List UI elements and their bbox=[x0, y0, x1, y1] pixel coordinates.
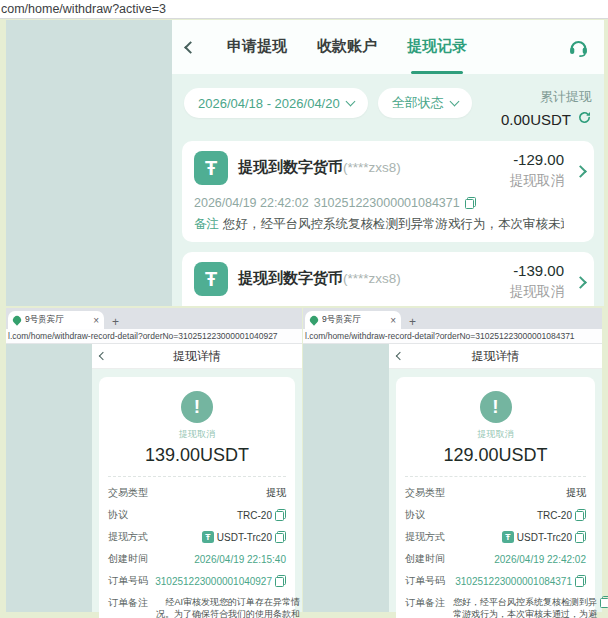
record-status: 提现取消 bbox=[510, 283, 564, 301]
browser-tab-bar: 9号贵宾厅 × + bbox=[6, 308, 302, 329]
screenshot-collage: com/home/withdraw?active=3 申请提现 收款账户 提现记… bbox=[0, 0, 608, 618]
copy-icon[interactable] bbox=[275, 509, 286, 521]
address-url: l.com/home/withdraw-record-detail?orderN… bbox=[8, 331, 278, 341]
protocol-value: TRC-20 bbox=[237, 510, 272, 521]
left-teal-panel bbox=[6, 344, 92, 612]
new-tab-button[interactable]: + bbox=[409, 315, 416, 329]
tether-icon: Ŧ bbox=[194, 262, 228, 296]
tab-close-icon[interactable]: × bbox=[390, 315, 396, 326]
tether-icon: Ŧ bbox=[202, 531, 214, 543]
tab-receiving-accounts[interactable]: 收款账户 bbox=[317, 37, 377, 58]
method-value: USDT-Trc20 bbox=[517, 532, 572, 543]
row-label: 创建时间 bbox=[405, 552, 445, 566]
withdraw-record-item[interactable]: Ŧ 提现到数字货币(****zxs8) -139.00 提现取消 2026/04… bbox=[182, 252, 594, 306]
left-teal-panel bbox=[303, 344, 389, 612]
address-bar[interactable]: l.com/home/withdraw-record-detail?orderN… bbox=[6, 329, 302, 344]
chevron-down-icon bbox=[345, 97, 355, 107]
record-datetime: 2026/04/19 22:42:02 bbox=[194, 196, 309, 210]
record-account: (****zxs8) bbox=[343, 160, 401, 175]
withdraw-records-content: 申请提现 收款账户 提现记录 2026/04/18 - 2026/04/20 全… bbox=[172, 20, 604, 306]
withdraw-detail-window-129: 9号贵宾厅 × + l.com/home/withdraw-record-det… bbox=[303, 308, 602, 612]
copy-icon[interactable] bbox=[575, 509, 586, 521]
record-order-no: 310251223000001084371 bbox=[314, 196, 460, 210]
detail-card: ! 提现取消 129.00USDT 交易类型提现 协议TRC-20 提现方式ŦU… bbox=[396, 377, 595, 618]
remark-label: 备注 bbox=[194, 217, 219, 231]
cancelled-exclaim-icon: ! bbox=[181, 391, 213, 423]
copy-icon[interactable] bbox=[575, 575, 586, 587]
order-no-value: 310251223000001084371 bbox=[455, 576, 572, 587]
back-icon[interactable] bbox=[184, 41, 197, 54]
copy-icon[interactable] bbox=[275, 531, 286, 543]
transaction-type-value: 提现 bbox=[566, 486, 586, 500]
withdraw-records-body: 2026/04/18 - 2026/04/20 全部状态 累计提现 0.00US… bbox=[172, 74, 604, 306]
row-label: 创建时间 bbox=[108, 552, 148, 566]
left-teal-panel bbox=[6, 20, 172, 306]
withdraw-record-item[interactable]: Ŧ 提现到数字货币(****zxs8) -129.00 提现取消 2026/04… bbox=[182, 141, 594, 242]
method-value: USDT-Trc20 bbox=[217, 532, 272, 543]
record-amount: -129.00 bbox=[510, 151, 564, 168]
chevron-right-icon[interactable] bbox=[574, 276, 587, 289]
status-filter[interactable]: 全部状态 bbox=[378, 88, 472, 118]
copy-icon[interactable] bbox=[275, 575, 286, 587]
row-label: 提现方式 bbox=[405, 530, 445, 544]
tab-apply-withdraw[interactable]: 申请提现 bbox=[227, 37, 287, 58]
row-label: 订单号码 bbox=[108, 574, 148, 588]
new-tab-button[interactable]: + bbox=[112, 315, 119, 329]
record-status: 提现取消 bbox=[510, 172, 564, 190]
row-label: 订单号码 bbox=[405, 574, 445, 588]
tab-title: 9号贵宾厅 bbox=[25, 314, 89, 326]
order-remark-value: 您好，经平台风控系统复核检测到异常游戏行为，本次审核未通过，为避免系统误判，请使… bbox=[445, 596, 597, 618]
detail-amount: 129.00USDT bbox=[405, 445, 586, 466]
page-title: 提现详情 bbox=[389, 348, 602, 365]
date-range-value: 2026/04/18 - 2026/04/20 bbox=[198, 96, 340, 111]
created-time-value: 2026/04/19 22:42:02 bbox=[494, 554, 586, 565]
customer-service-icon[interactable] bbox=[567, 36, 590, 58]
chevron-right-icon[interactable] bbox=[574, 165, 587, 178]
protocol-value: TRC-20 bbox=[537, 510, 572, 521]
record-remark: 备注您好，经平台风控系统复核检测到异常游戏行为，本次审核未通过，为... bbox=[194, 216, 564, 233]
page-title: 提现详情 bbox=[92, 348, 302, 365]
cumulative-withdraw-summary: 累计提现 0.00USDT bbox=[501, 88, 592, 129]
copy-icon[interactable] bbox=[465, 197, 476, 209]
tab-withdraw-records[interactable]: 提现记录 bbox=[407, 37, 467, 58]
row-label: 提现方式 bbox=[108, 530, 148, 544]
detail-status: 提现取消 bbox=[405, 428, 586, 441]
row-label: 订单备注 bbox=[108, 596, 148, 610]
record-account: (****zxs8) bbox=[343, 271, 401, 286]
tether-icon: Ŧ bbox=[502, 531, 514, 543]
transaction-type-value: 提现 bbox=[266, 486, 286, 500]
withdraw-tabs: 申请提现 收款账户 提现记录 bbox=[227, 37, 467, 58]
address-url: l.com/home/withdraw-record-detail?orderN… bbox=[305, 331, 575, 341]
detail-status: 提现取消 bbox=[108, 428, 286, 441]
record-amount: -139.00 bbox=[510, 262, 564, 279]
detail-header: 提现详情 bbox=[92, 344, 302, 369]
copy-icon[interactable] bbox=[600, 596, 608, 608]
withdraw-records-window: 申请提现 收款账户 提现记录 2026/04/18 - 2026/04/20 全… bbox=[6, 20, 604, 306]
detail-card: ! 提现取消 139.00USDT 交易类型提现 协议TRC-20 提现方式ŦU… bbox=[99, 377, 295, 618]
withdraw-header: 申请提现 收款账户 提现记录 bbox=[172, 20, 604, 74]
address-bar[interactable]: l.com/home/withdraw-record-detail?orderN… bbox=[303, 329, 602, 344]
address-bar[interactable]: com/home/withdraw?active=3 bbox=[0, 0, 608, 19]
browser-tab[interactable]: 9号贵宾厅 × bbox=[305, 311, 401, 329]
chevron-down-icon bbox=[449, 97, 459, 107]
date-range-filter[interactable]: 2026/04/18 - 2026/04/20 bbox=[184, 88, 368, 118]
row-label: 交易类型 bbox=[405, 486, 445, 500]
refresh-icon[interactable] bbox=[577, 110, 592, 129]
cumulative-withdraw-value: 0.00USDT bbox=[501, 111, 571, 128]
tab-title: 9号贵宾厅 bbox=[322, 314, 386, 326]
tether-icon: Ŧ bbox=[194, 151, 228, 185]
row-label: 订单备注 bbox=[405, 596, 445, 610]
created-time-value: 2026/04/19 22:15:40 bbox=[194, 554, 286, 565]
record-title: 提现到数字货币(****zxs8) bbox=[238, 158, 401, 177]
detail-header: 提现详情 bbox=[389, 344, 602, 369]
copy-icon[interactable] bbox=[575, 531, 586, 543]
browser-tab-bar: 9号贵宾厅 × + bbox=[303, 308, 602, 329]
site-favicon-icon bbox=[308, 314, 319, 325]
browser-tab[interactable]: 9号贵宾厅 × bbox=[8, 311, 104, 329]
row-label: 协议 bbox=[405, 508, 425, 522]
tab-close-icon[interactable]: × bbox=[93, 315, 99, 326]
order-remark-value: 经AI审核发现您的订单存在异常情况。为了确保符合我们的使用条款和平台政策，请您重… bbox=[148, 596, 300, 618]
cumulative-withdraw-label: 累计提现 bbox=[501, 88, 592, 106]
address-url: com/home/withdraw?active=3 bbox=[1, 2, 166, 16]
filter-row: 2026/04/18 - 2026/04/20 全部状态 累计提现 0.00US… bbox=[184, 88, 592, 129]
